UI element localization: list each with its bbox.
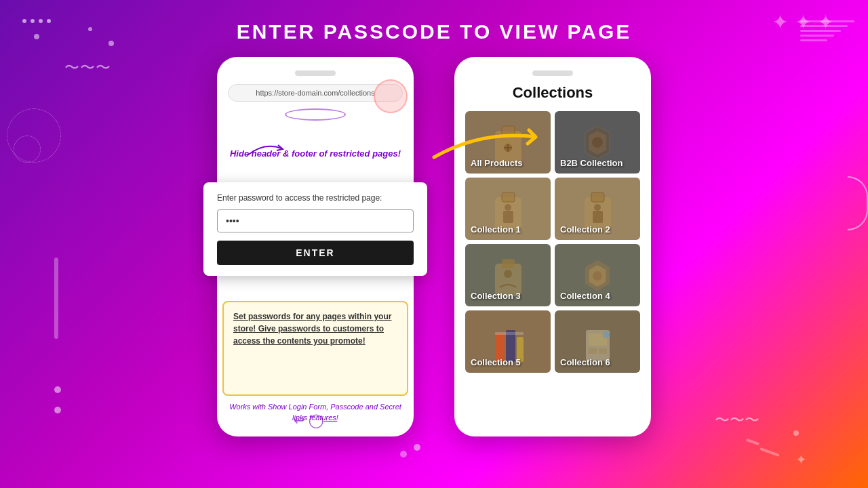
password-dialog: Enter password to access the restricted …: [203, 182, 427, 276]
collection-tile-3[interactable]: Collection 3: [465, 244, 551, 306]
tile-label-8: Collection 6: [560, 357, 610, 367]
tile-label-5: Collection 3: [471, 291, 521, 301]
content-area: https://store-domain.com/collections Hid…: [0, 43, 868, 436]
deco-line: [760, 447, 780, 457]
svg-rect-14: [593, 211, 603, 223]
svg-rect-28: [589, 348, 597, 354]
collection-tile-2[interactable]: Collection 2: [555, 178, 640, 240]
deco-dot: [400, 451, 407, 458]
oval-deco: [285, 108, 346, 121]
collection-tile-1[interactable]: Collection 1: [465, 178, 551, 240]
right-phone-notch: [532, 70, 573, 76]
page-title: ENTER PASSCODE TO VIEW PAGE: [0, 0, 868, 43]
collection-tile-b2b[interactable]: B2B Collection: [555, 111, 640, 174]
enter-button[interactable]: ENTER: [217, 241, 414, 265]
svg-point-18: [504, 270, 512, 278]
deco-dot: [414, 444, 420, 451]
svg-rect-9: [502, 192, 515, 202]
deco-hash-br: ✦: [795, 451, 807, 468]
collection-tile-4[interactable]: Collection 4: [555, 244, 640, 306]
tile-label-2: B2B Collection: [560, 158, 623, 168]
password-input[interactable]: [217, 209, 414, 232]
tile-label-3: Collection 1: [471, 224, 521, 235]
svg-rect-13: [591, 192, 604, 202]
svg-rect-17: [502, 259, 515, 268]
yellow-arrow: [427, 117, 563, 171]
url-text: https://store-domain.com/collections: [256, 89, 374, 97]
collection-tile-5[interactable]: Collection 5: [465, 310, 551, 373]
url-circle-deco: [374, 79, 408, 113]
curl-deco: ↩ ◯—: [294, 412, 338, 428]
right-phone-mockup: Collections All Products: [454, 57, 651, 436]
url-bar: https://store-domain.com/collections: [228, 84, 403, 102]
svg-rect-29: [599, 348, 607, 354]
curved-arrow-deco: [244, 138, 285, 163]
left-phone-mockup: https://store-domain.com/collections Hid…: [217, 57, 414, 436]
svg-point-7: [592, 137, 603, 148]
dialog-label: Enter password to access the restricted …: [217, 193, 414, 203]
svg-rect-10: [503, 211, 513, 223]
svg-point-21: [593, 271, 602, 281]
tooltip-text1: Set passwords for: [233, 312, 306, 321]
collections-title: Collections: [465, 84, 640, 102]
tile-label-6: Collection 4: [560, 291, 610, 301]
svg-point-30: [603, 331, 610, 338]
yellow-tooltip: Set passwords for any pages within your …: [222, 301, 408, 396]
tile-label-4: Collection 2: [560, 224, 610, 235]
svg-rect-25: [495, 332, 524, 335]
svg-point-11: [505, 204, 511, 211]
svg-point-15: [594, 204, 601, 211]
tile-label-7: Collection 5: [471, 357, 521, 367]
collection-tile-6[interactable]: Collection 6: [555, 310, 640, 373]
deco-line: [746, 439, 760, 446]
phone-notch: [295, 70, 336, 76]
tooltip-highlight: any pages: [306, 312, 346, 321]
